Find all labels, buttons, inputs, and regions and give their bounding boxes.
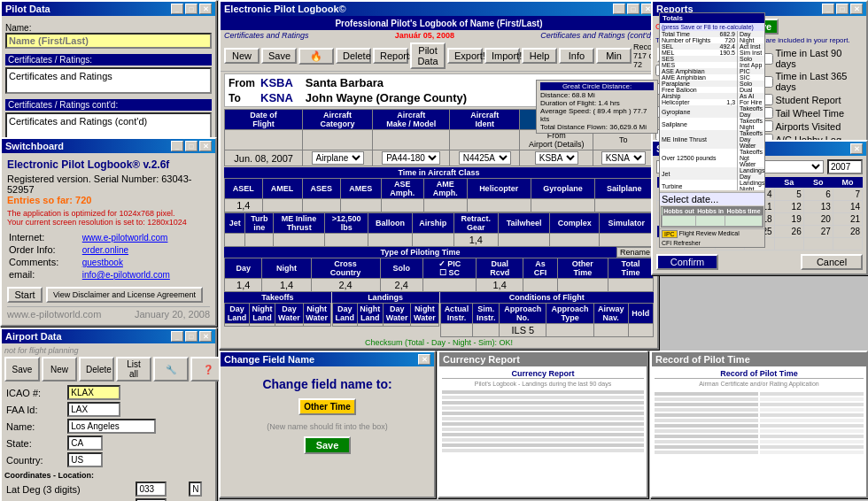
calendar-day[interactable]: 21 [833, 213, 862, 226]
last365-label: Time in Last 365 days [776, 71, 864, 92]
calendar-day[interactable]: 20 [803, 213, 833, 226]
lat-dir-input[interactable] [189, 482, 202, 497]
confirm-btn[interactable]: Confirm [656, 254, 718, 270]
ap-country-input[interactable] [67, 452, 103, 467]
lb-reports-btn[interactable]: Reports [373, 48, 408, 64]
calendar-day[interactable]: 6 [803, 189, 833, 201]
rr-line12 [760, 451, 864, 454]
lb-info-btn[interactable]: Info [559, 48, 594, 64]
cal-close-btn[interactable]: ✕ [850, 143, 863, 154]
faa-input[interactable] [67, 402, 120, 417]
ap-save-btn[interactable]: Save [4, 357, 40, 382]
category-select[interactable]: Airplane [312, 151, 364, 165]
record-title: Record of Pilot Time [655, 354, 750, 365]
rr-line4 [760, 408, 864, 412]
totals-row: Over 12500 pounds Takeoffs Ngt Water [660, 149, 764, 167]
ap-maximize-btn[interactable]: □ [185, 331, 198, 342]
total-val2: Act Inst [738, 43, 764, 50]
from-select[interactable]: KSBA [535, 151, 578, 165]
close-btn[interactable]: ✕ [199, 4, 212, 14]
medical-label[interactable]: Medical [718, 230, 740, 238]
sw-close-btn[interactable]: ✕ [199, 141, 212, 151]
ap-listall-btn[interactable]: List all [116, 357, 151, 382]
coord-label: Coordinates - Location: [4, 471, 213, 480]
ap-close-btn[interactable]: ✕ [199, 331, 212, 342]
lb-fire-btn[interactable]: 🔥 [298, 48, 334, 65]
calendar-day[interactable]: 5 [774, 189, 803, 201]
rl-line1 [655, 392, 758, 396]
name-input[interactable] [5, 33, 212, 49]
td-to: KSNA [593, 150, 654, 166]
total-val1: 720 [718, 37, 738, 43]
sw-internet-url[interactable]: www.e-pilotworld.com [82, 233, 168, 243]
ap-state-input[interactable] [67, 435, 103, 451]
ap-icon1-btn[interactable]: 🔧 [153, 357, 189, 382]
cf-save-btn[interactable]: Save [304, 436, 352, 454]
calendar-day[interactable]: 28 [833, 226, 862, 238]
sw-maximize-btn[interactable]: □ [185, 141, 198, 151]
maximize-btn[interactable]: □ [185, 4, 198, 14]
calendar-day[interactable]: 12 [774, 201, 803, 213]
start-btn[interactable]: Start [7, 287, 43, 303]
lb-pilotdata-btn[interactable]: Pilot Data [410, 42, 446, 69]
td-airway-nav [593, 324, 628, 337]
td-hobbs-in[interactable] [696, 216, 725, 227]
cancel-btn[interactable]: Cancel [801, 254, 863, 270]
rp-maximize-btn[interactable]: □ [836, 4, 849, 14]
ident-select[interactable]: N4425A [459, 151, 511, 165]
cf-close-btn[interactable]: ✕ [418, 354, 430, 365]
icao-input[interactable] [67, 385, 120, 400]
ap-delete-btn[interactable]: Delete [79, 357, 114, 382]
lb-save-btn[interactable]: Save [261, 48, 297, 64]
currency-subsubtitle: Pilot's Logbook - Landings during the la… [442, 381, 644, 387]
make-select[interactable]: PA44-180 [382, 151, 440, 165]
rename-btn[interactable]: Rename [616, 247, 654, 258]
other-time-btn[interactable]: Other Time [298, 398, 356, 415]
rp-close-btn[interactable]: ✕ [850, 4, 863, 14]
calendar-day[interactable]: 13 [803, 201, 833, 213]
calendar-day[interactable]: 14 [833, 201, 862, 213]
lb-min-btn[interactable]: Min [596, 48, 632, 64]
lat-deg-input[interactable] [136, 482, 167, 497]
rp-minimize-btn[interactable]: _ [822, 4, 834, 14]
lb-section2: Certificates and Ratings (cont'd) [540, 31, 654, 40]
th-approach-type: ApproachType [546, 304, 593, 324]
sw-email-label: email: [9, 269, 81, 280]
total-val2: Day [738, 31, 764, 37]
changefield-title: Change Field Name [224, 354, 314, 365]
sw-order-label: Order Info: [9, 244, 81, 255]
ap-minimize-btn[interactable]: _ [171, 331, 183, 342]
sw-comments-url[interactable]: guestbook [82, 258, 123, 267]
lb-new-btn[interactable]: New [224, 48, 260, 64]
sw-order-url[interactable]: order.online [82, 245, 128, 255]
flight-review-label[interactable]: Flight Review [679, 230, 717, 238]
lb-import-btn[interactable]: Import! [484, 48, 520, 64]
cr-line11 [442, 443, 644, 447]
lb-minimize-btn[interactable]: _ [613, 4, 625, 14]
lb-maximize-btn[interactable]: □ [627, 4, 639, 14]
disclaimer-btn[interactable]: View Disclaimer and License Agreement [46, 287, 203, 303]
record-pilot-window: Record of Pilot Time Record of Pilot Tim… [650, 351, 868, 498]
cert-cont-field[interactable]: Certificates and Ratings (cont'd) [5, 112, 212, 139]
cfi-refresher-label[interactable]: CFI Refresher [662, 240, 701, 246]
calendar-day[interactable]: 7 [833, 189, 862, 201]
th-asel: ASEL [225, 179, 263, 199]
year-input[interactable] [827, 159, 863, 174]
calendar-day[interactable]: 27 [803, 226, 833, 238]
lb-delete-btn[interactable]: Delete [336, 48, 371, 64]
minimize-btn[interactable]: _ [171, 4, 183, 14]
sw-email-url[interactable]: info@e-pilotworld.com [82, 270, 170, 280]
lb-help-btn[interactable]: Help [522, 48, 557, 64]
calendar-day[interactable]: 26 [774, 226, 803, 238]
ap-new-btn[interactable]: New [42, 357, 77, 382]
td-hobbs-out[interactable] [663, 216, 696, 227]
th-hold: Hold [628, 304, 653, 324]
to-select[interactable]: KSNA [601, 151, 646, 165]
sw-minimize-btn[interactable]: _ [171, 141, 183, 151]
cert-field[interactable]: Certificates and Ratings [5, 67, 212, 94]
lb-export-btn[interactable]: Export! [447, 48, 483, 64]
ap-name-input[interactable] [67, 419, 156, 434]
calendar-day[interactable]: 19 [774, 213, 803, 226]
ipc-label[interactable]: IPC [662, 230, 678, 238]
td-turbine [245, 234, 274, 247]
